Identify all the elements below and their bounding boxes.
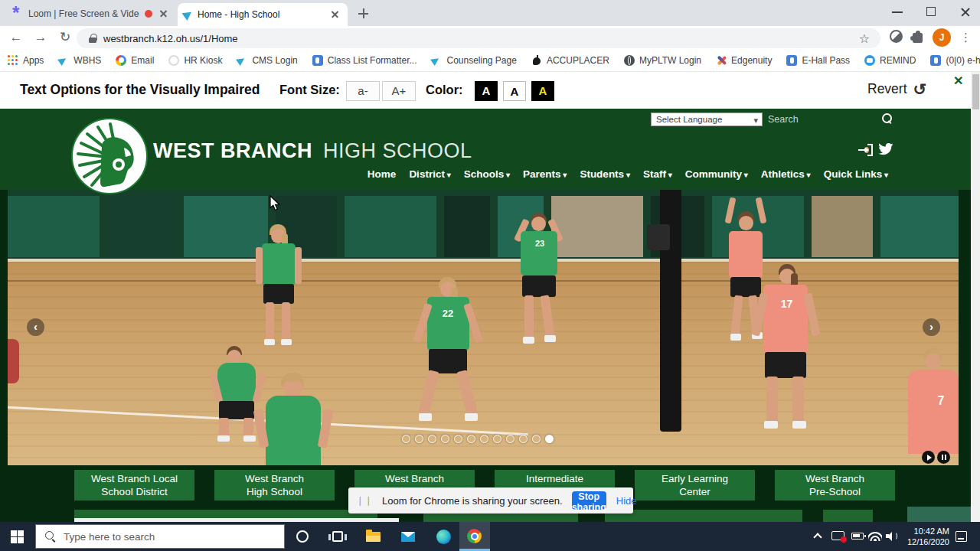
tab-close-icon[interactable] (329, 8, 341, 21)
school-logo[interactable] (70, 117, 149, 195)
tab-home-active[interactable]: Home - High School (178, 3, 348, 26)
profile-avatar[interactable]: J (933, 28, 951, 47)
task-view-button[interactable] (320, 522, 355, 551)
window-minimize-button[interactable] (882, 0, 914, 24)
partial-content-block (823, 510, 873, 522)
mail-button[interactable] (390, 522, 426, 551)
action-center-icon[interactable] (956, 531, 967, 542)
bookmark-counseling-page[interactable]: Counseling Page (431, 55, 516, 66)
color-scheme-black-button[interactable]: A (475, 81, 498, 101)
carousel-dot[interactable] (493, 435, 501, 443)
bookmark-cms-login[interactable]: CMS Login (237, 55, 297, 66)
taskbar-search[interactable] (35, 524, 285, 549)
carousel-pause-button[interactable] (937, 451, 950, 464)
back-button[interactable]: ← (6, 28, 26, 47)
drag-handle-icon[interactable]: ❘❘ (356, 495, 373, 506)
carousel-dot[interactable] (467, 435, 475, 443)
nav-athletics[interactable]: Athletics (761, 168, 811, 180)
browser-toolbar: ← → ↻ westbranch.k12.oh.us/1/Home ☆ J ⋮ (0, 26, 980, 49)
carousel-dot[interactable] (454, 435, 462, 443)
font-decrease-button[interactable]: a- (346, 81, 380, 101)
color-scheme-white-button[interactable]: A (503, 81, 526, 101)
bookmark-mypltw-login[interactable]: MyPLTW Login (624, 55, 701, 66)
carousel-dot[interactable] (402, 435, 410, 443)
carousel-dot[interactable] (415, 435, 423, 443)
battery-icon[interactable] (851, 533, 864, 540)
link-preschool[interactable]: West Branch Pre-School (775, 470, 895, 500)
nav-schools[interactable]: Schools (464, 168, 510, 180)
screen-share-tray-icon[interactable] (831, 531, 844, 540)
bookmark-hr-kiosk[interactable]: HR Kiosk (168, 55, 222, 66)
carousel-dots (402, 435, 554, 443)
site-title: WEST BRANCH HIGH SCHOOL (153, 139, 472, 163)
nav-quick-links[interactable]: Quick Links (824, 168, 888, 180)
chrome-button-active[interactable] (459, 522, 490, 551)
loom-extension-icon[interactable] (890, 30, 903, 43)
volume-icon[interactable] (886, 531, 898, 541)
recording-indicator-icon (145, 10, 152, 18)
carousel-play-button[interactable] (922, 451, 935, 464)
hide-banner-button[interactable]: Hide (616, 495, 637, 507)
bookmark-email[interactable]: Email (116, 55, 154, 66)
forward-button[interactable]: → (31, 28, 51, 47)
bookmark-remind[interactable]: REMIND (864, 55, 916, 66)
carousel-dot[interactable] (480, 435, 488, 443)
carousel-dot[interactable] (441, 435, 449, 443)
start-button[interactable] (0, 522, 35, 551)
color-scheme-yellow-button[interactable]: A (531, 81, 554, 101)
bookmark-accuplacer[interactable]: ACCUPLACER (531, 55, 609, 66)
carousel-dot[interactable] (428, 435, 436, 443)
link-high-school[interactable]: West Branch High School (214, 470, 335, 500)
site-search-input[interactable] (768, 112, 867, 127)
nav-students[interactable]: Students (580, 168, 630, 180)
stop-sharing-button[interactable]: Stop sharing (572, 491, 606, 510)
carousel-dot[interactable] (532, 435, 541, 443)
nav-home[interactable]: Home (368, 168, 397, 180)
tab-close-icon[interactable] (158, 8, 170, 20)
taskbar-search-input[interactable] (64, 531, 263, 543)
language-select[interactable]: Select Language (651, 112, 763, 126)
edge-button[interactable] (426, 522, 461, 551)
revert-button[interactable]: Revert ↺ (867, 81, 926, 97)
wifi-icon[interactable] (868, 530, 882, 541)
folder-icon (366, 532, 381, 542)
carousel-prev-button[interactable]: ‹ (27, 318, 44, 336)
tab-loom[interactable]: Loom | Free Screen & Video (6, 4, 176, 24)
window-close-button[interactable] (949, 0, 980, 24)
bookmark-e-hallpass[interactable]: (0|0) e-hallpass (930, 55, 980, 66)
link-district[interactable]: West Branch Local School District (74, 470, 194, 500)
carousel-dot[interactable] (519, 435, 528, 443)
browser-menu-icon[interactable]: ⋮ (960, 28, 972, 47)
window-maximize-button[interactable] (916, 0, 948, 24)
nav-staff[interactable]: Staff (643, 168, 672, 180)
nav-district[interactable]: District (409, 168, 450, 180)
nav-community[interactable]: Community (685, 168, 748, 180)
scrollbar-thumb[interactable] (972, 74, 979, 109)
bookmark-apps[interactable]: Apps (8, 55, 44, 66)
bookmark-e-hall-pass[interactable]: E-Hall Pass (786, 55, 850, 66)
bookmark-wbhs[interactable]: WBHS (58, 55, 101, 66)
search-icon[interactable] (882, 113, 893, 124)
link-early-learning[interactable]: Early Learning Center (635, 470, 755, 500)
tray-expand-icon[interactable] (813, 533, 822, 541)
file-explorer-button[interactable] (355, 522, 390, 551)
page-scrollbar[interactable] (971, 72, 980, 522)
twitter-icon[interactable] (878, 143, 893, 159)
font-increase-button[interactable]: A+ (382, 81, 416, 101)
bookmark-class-list-formatter[interactable]: Class List Formatter... (312, 55, 417, 66)
reload-button[interactable]: ↻ (55, 28, 75, 47)
bookmark-edgenuity[interactable]: Edgenuity (716, 55, 772, 66)
taskbar-clock[interactable]: 10:42 AM 12/16/2020 (902, 526, 949, 547)
new-tab-button[interactable] (357, 7, 370, 20)
sign-in-icon[interactable] (858, 144, 873, 156)
nav-parents[interactable]: Parents (523, 168, 567, 180)
cortana-button[interactable] (285, 522, 320, 551)
carousel-dot-active[interactable] (545, 435, 554, 443)
carousel-next-button[interactable]: › (923, 318, 940, 336)
extensions-puzzle-icon[interactable] (913, 33, 923, 43)
address-bar[interactable]: westbranch.k12.oh.us/1/Home ☆ (77, 28, 880, 48)
bookmark-star-icon[interactable]: ☆ (859, 31, 870, 46)
carousel-dot[interactable] (506, 435, 514, 443)
accessibility-close-icon[interactable]: ✕ (953, 73, 963, 88)
url-text: westbranch.k12.oh.us/1/Home (103, 33, 859, 44)
